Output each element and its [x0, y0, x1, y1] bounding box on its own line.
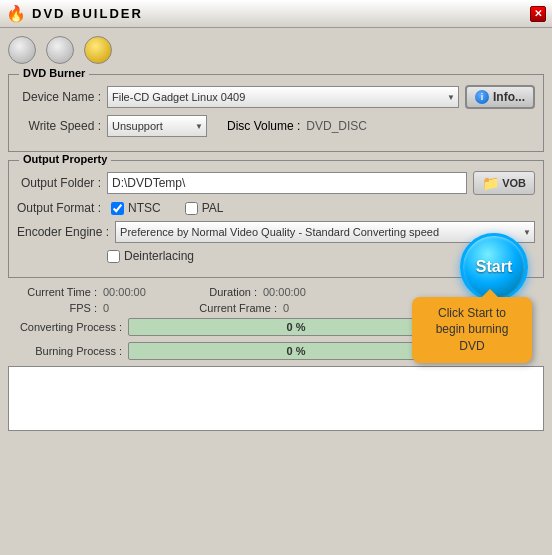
- converting-percent: 0 %: [287, 321, 306, 333]
- fps-value: 0: [103, 302, 183, 314]
- output-format-row: Output Format : NTSC PAL: [17, 201, 535, 215]
- title-bar: 🔥 DVD BUILDER ✕: [0, 0, 552, 28]
- deinterlacing-checkbox[interactable]: [107, 250, 120, 263]
- tl-btn-1[interactable]: [8, 36, 36, 64]
- start-tooltip: Click Start to begin burning DVD: [412, 297, 532, 363]
- write-speed-select[interactable]: Unsupport: [107, 115, 207, 137]
- info-button[interactable]: i Info...: [465, 85, 535, 109]
- folder-icon: 📁: [482, 175, 499, 191]
- pal-checkbox-row: PAL: [185, 201, 224, 215]
- device-name-row: Device Name : File-CD Gadget Linux 0409 …: [17, 85, 535, 109]
- current-time-value: 00:00:00: [103, 286, 183, 298]
- tl-btn-2[interactable]: [46, 36, 74, 64]
- close-button[interactable]: ✕: [530, 6, 546, 22]
- write-speed-label: Write Speed :: [17, 119, 107, 133]
- current-time-label: Current Time :: [8, 286, 103, 298]
- ntsc-label: NTSC: [128, 201, 161, 215]
- duration-value: 00:00:00: [263, 286, 343, 298]
- disc-volume-value: DVD_DISC: [306, 119, 367, 133]
- ntsc-checkbox-row: NTSC: [111, 201, 161, 215]
- device-name-select[interactable]: File-CD Gadget Linux 0409: [107, 86, 459, 108]
- encoder-engine-label: Encoder Engine :: [17, 225, 115, 239]
- converting-label: Converting Process :: [8, 321, 128, 333]
- output-folder-label: Output Folder :: [17, 176, 107, 190]
- tl-btn-3[interactable]: [84, 36, 112, 64]
- write-speed-row: Write Speed : Unsupport Disc Volume : DV…: [17, 115, 535, 137]
- log-area[interactable]: [8, 366, 544, 431]
- info-icon: i: [475, 90, 489, 104]
- pal-label: PAL: [202, 201, 224, 215]
- flame-icon: 🔥: [6, 4, 26, 23]
- output-folder-row: Output Folder : 📁 VOB: [17, 171, 535, 195]
- output-format-label: Output Format :: [17, 201, 107, 215]
- burning-percent: 0 %: [287, 345, 306, 357]
- current-frame-value: 0: [283, 302, 363, 314]
- deinterlacing-label: Deinterlacing: [124, 249, 194, 263]
- current-frame-label: Current Frame :: [183, 302, 283, 314]
- app-title: DVD BUILDER: [32, 6, 143, 21]
- pal-checkbox[interactable]: [185, 202, 198, 215]
- device-name-label: Device Name :: [17, 90, 107, 104]
- burning-label: Burning Process :: [8, 345, 128, 357]
- output-property-label: Output Property: [19, 153, 111, 165]
- vob-button[interactable]: 📁 VOB: [473, 171, 535, 195]
- output-folder-input[interactable]: [107, 172, 467, 194]
- main-window: DVD Burner Device Name : File-CD Gadget …: [0, 28, 552, 555]
- dvd-burner-label: DVD Burner: [19, 67, 89, 79]
- encoder-engine-row: Encoder Engine : Preference by Normal Vi…: [17, 221, 535, 243]
- disc-volume-label: Disc Volume :: [227, 119, 300, 133]
- lower-section: Current Time : 00:00:00 Duration : 00:00…: [8, 286, 544, 431]
- fps-label: FPS :: [8, 302, 103, 314]
- traffic-lights: [8, 36, 544, 64]
- dvd-burner-group: DVD Burner Device Name : File-CD Gadget …: [8, 74, 544, 152]
- ntsc-checkbox[interactable]: [111, 202, 124, 215]
- duration-label: Duration :: [183, 286, 263, 298]
